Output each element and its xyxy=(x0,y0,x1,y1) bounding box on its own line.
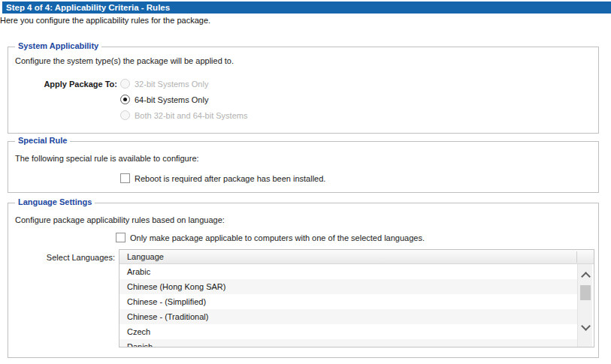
radio-option-both: Both 32-bit and 64-bit Systems xyxy=(120,110,247,121)
reboot-checkbox-label: Reboot is required after package has bee… xyxy=(135,174,325,183)
list-item-chinese-traditional[interactable]: Chinese - (Traditional) xyxy=(119,309,577,324)
radio-32bit-systems-only xyxy=(120,79,130,89)
chevron-up-icon[interactable] xyxy=(581,272,591,281)
language-column-header[interactable]: Language xyxy=(119,250,594,264)
group-title-language-settings: Language Settings xyxy=(15,197,95,206)
wizard-page: Step 4 of 4: Applicability Criteria - Ru… xyxy=(0,0,611,364)
language-settings-description: Configure package applicability rules ba… xyxy=(15,215,225,224)
group-title-special-rule: Special Rule xyxy=(15,136,70,145)
language-checkbox-label: Only make package applicable to computer… xyxy=(130,233,425,242)
step-subtitle: Here you configure the applicability rul… xyxy=(0,16,210,25)
special-rule-description: The following special rule is available … xyxy=(15,154,199,163)
radio-option-32bit: 32-bit Systems Only xyxy=(120,78,208,89)
group-system-applicability: System Applicability Configure the syste… xyxy=(8,47,599,134)
list-item-chinese-hong-kong[interactable]: Chinese (Hong Kong SAR) xyxy=(119,279,577,294)
chevron-down-icon[interactable] xyxy=(581,321,591,331)
step-title-bar: Step 4 of 4: Applicability Criteria - Ru… xyxy=(2,2,611,14)
radio-32bit-label: 32-bit Systems Only xyxy=(135,80,208,89)
list-item-czech[interactable]: Czech xyxy=(119,324,577,339)
group-special-rule: Special Rule The following special rule … xyxy=(8,141,599,193)
system-applicability-description: Configure the system type(s) the package… xyxy=(15,56,234,65)
vertical-scrollbar[interactable] xyxy=(577,264,592,347)
only-selected-languages-checkbox[interactable] xyxy=(116,233,126,242)
list-item-arabic[interactable]: Arabic xyxy=(119,264,577,279)
radio-both-systems xyxy=(120,110,130,120)
reboot-required-checkbox[interactable] xyxy=(120,173,130,183)
language-checkbox-row[interactable]: Only make package applicable to computer… xyxy=(116,232,425,243)
select-languages-label: Select Languages: xyxy=(8,253,115,262)
group-language-settings: Language Settings Configure package appl… xyxy=(8,203,599,358)
radio-both-label: Both 32-bit and 64-bit Systems xyxy=(135,111,247,120)
radio-64bit-label: 64-bit Systems Only xyxy=(135,95,208,104)
radio-option-64bit[interactable]: 64-bit Systems Only xyxy=(120,94,208,105)
list-item-danish[interactable]: Danish xyxy=(119,339,577,347)
radio-64bit-systems-only[interactable] xyxy=(120,95,130,104)
reboot-checkbox-row[interactable]: Reboot is required after package has bee… xyxy=(120,173,325,184)
scrollbar-thumb[interactable] xyxy=(580,285,591,300)
column-divider xyxy=(576,251,577,263)
group-title-system-applicability: System Applicability xyxy=(15,41,101,50)
list-item-chinese-simplified[interactable]: Chinese - (Simplified) xyxy=(119,294,577,309)
apply-package-to-label: Apply Package To: xyxy=(8,80,117,89)
language-listview[interactable]: Language Arabic Chinese (Hong Kong SAR) … xyxy=(119,249,594,347)
